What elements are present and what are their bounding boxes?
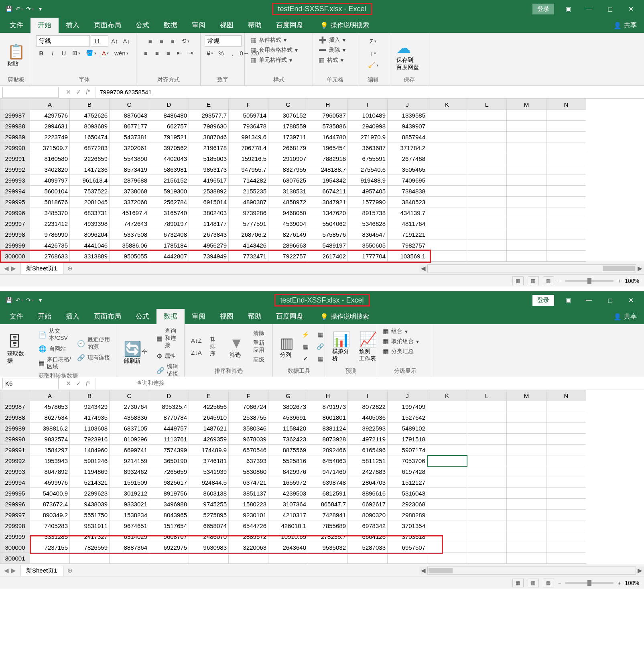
cell[interactable]: 7384838 bbox=[388, 186, 427, 197]
cell[interactable]: 890349.2 bbox=[30, 510, 70, 520]
name-box[interactable] bbox=[2, 87, 59, 98]
align-center-icon[interactable]: ≡ bbox=[152, 47, 163, 59]
cell[interactable]: 4939398 bbox=[70, 218, 110, 229]
cell[interactable]: 2923068 bbox=[388, 499, 427, 510]
col-header[interactable]: F bbox=[229, 99, 268, 110]
cell[interactable]: 1965454 bbox=[308, 142, 348, 153]
tab-layout[interactable]: 页面布局 bbox=[87, 17, 128, 33]
forecast-button[interactable]: 📈预测 工作表 bbox=[356, 329, 380, 364]
cell[interactable] bbox=[467, 434, 507, 445]
italic-button[interactable]: I bbox=[47, 47, 58, 59]
cell[interactable]: 4599976 bbox=[30, 477, 70, 488]
cell[interactable]: 3887046 bbox=[189, 132, 229, 142]
cell[interactable]: 4811764 bbox=[388, 218, 427, 229]
cell[interactable]: 1650474 bbox=[70, 132, 110, 142]
cell[interactable]: 8603138 bbox=[189, 488, 229, 499]
cell[interactable] bbox=[348, 553, 388, 564]
cell[interactable] bbox=[427, 520, 467, 531]
cell[interactable] bbox=[467, 218, 507, 229]
cell[interactable] bbox=[467, 186, 507, 197]
cell[interactable] bbox=[467, 423, 507, 434]
from-csv-button[interactable]: 📄从文本/CSV bbox=[37, 327, 73, 343]
cell[interactable]: 7922757 bbox=[268, 251, 308, 262]
cell[interactable]: 4752626 bbox=[70, 110, 110, 121]
cell[interactable]: 3550605 bbox=[348, 240, 388, 251]
cell[interactable]: 3076152 bbox=[268, 110, 308, 121]
cell[interactable]: 3746181 bbox=[189, 455, 229, 466]
cell[interactable] bbox=[467, 207, 507, 218]
cell[interactable]: 2617402 bbox=[308, 251, 348, 262]
cell[interactable] bbox=[467, 455, 507, 466]
cell[interactable] bbox=[546, 401, 586, 412]
cell[interactable]: 6307625 bbox=[268, 175, 308, 186]
cell[interactable]: 6732408 bbox=[149, 229, 189, 240]
cell[interactable]: 1148177 bbox=[189, 218, 229, 229]
cell[interactable]: 7362423 bbox=[268, 434, 308, 445]
undo-icon[interactable]: ↶ bbox=[15, 296, 23, 304]
cell[interactable] bbox=[507, 229, 546, 240]
cell[interactable]: 1339585 bbox=[388, 110, 427, 121]
cancel-formula-icon[interactable]: ✕ bbox=[66, 88, 71, 96]
sort-button[interactable]: ⇅排序 bbox=[207, 334, 224, 359]
recent-sources-button[interactable]: 🕘最近使用的源 bbox=[75, 335, 112, 351]
edit-links-button[interactable]: 🔗编辑链接 bbox=[155, 362, 180, 378]
indent-dec-icon[interactable]: ⇤ bbox=[175, 47, 185, 59]
cell[interactable]: 2538892 bbox=[189, 186, 229, 197]
minimize-icon[interactable]: — bbox=[582, 2, 596, 16]
cell[interactable] bbox=[507, 153, 546, 164]
cell[interactable] bbox=[507, 218, 546, 229]
cell[interactable]: 248188.7 bbox=[308, 164, 348, 175]
cell[interactable]: 2299623 bbox=[70, 488, 110, 499]
cell[interactable] bbox=[467, 197, 507, 207]
cell[interactable]: 3331285 bbox=[30, 531, 70, 542]
col-header[interactable]: A bbox=[30, 99, 70, 110]
cancel-formula-icon[interactable]: ✕ bbox=[66, 380, 71, 387]
cell[interactable]: 5316043 bbox=[388, 488, 427, 499]
cell[interactable]: 865847.7 bbox=[308, 499, 348, 510]
cell[interactable]: 1404960 bbox=[70, 445, 110, 455]
col-header[interactable]: I bbox=[348, 99, 388, 110]
cell[interactable] bbox=[546, 207, 586, 218]
font-size-dropdown[interactable]: 11 bbox=[91, 35, 108, 47]
sort-asc-icon[interactable]: A↓Z bbox=[189, 335, 204, 346]
cell[interactable]: 1527642 bbox=[388, 412, 427, 423]
cell[interactable]: 9214159 bbox=[110, 455, 149, 466]
cell[interactable] bbox=[507, 488, 546, 499]
cell[interactable]: 1538234 bbox=[110, 510, 149, 520]
page-layout-view-icon[interactable]: ▥ bbox=[528, 276, 539, 285]
qat-customize-icon[interactable]: ▾ bbox=[36, 5, 44, 13]
cell[interactable] bbox=[149, 553, 189, 564]
add-sheet-icon[interactable]: ⊕ bbox=[63, 265, 77, 272]
cell[interactable]: 4426735 bbox=[30, 240, 70, 251]
row-header[interactable]: 299997 bbox=[0, 218, 30, 229]
increase-font-icon[interactable]: A↑ bbox=[109, 35, 120, 47]
tab-data[interactable]: 数据 bbox=[156, 309, 185, 324]
name-box[interactable]: K6 bbox=[2, 378, 59, 389]
col-header[interactable]: K bbox=[427, 390, 467, 401]
phonetic-button[interactable]: wén bbox=[112, 47, 131, 59]
col-header[interactable]: C bbox=[110, 99, 149, 110]
cell[interactable] bbox=[507, 186, 546, 197]
cell[interactable]: 4225656 bbox=[189, 401, 229, 412]
cell[interactable]: 371509.7 bbox=[30, 142, 70, 153]
group-button[interactable]: ▦组合 ▾ bbox=[381, 327, 409, 336]
cell[interactable]: 8047892 bbox=[30, 466, 70, 477]
cell[interactable]: 5489102 bbox=[388, 423, 427, 434]
tab-review[interactable]: 审阅 bbox=[185, 17, 213, 33]
row-header[interactable]: 299995 bbox=[0, 488, 30, 499]
cell[interactable]: 1644780 bbox=[308, 132, 348, 142]
currency-icon[interactable]: ¥ bbox=[205, 47, 215, 59]
cell[interactable] bbox=[546, 229, 586, 240]
cell[interactable]: 9333021 bbox=[110, 499, 149, 510]
cell[interactable] bbox=[427, 164, 467, 175]
cell[interactable]: 3202061 bbox=[110, 142, 149, 153]
tell-me[interactable]: 💡操作说明搜索 bbox=[315, 309, 374, 324]
cell[interactable] bbox=[546, 218, 586, 229]
cell[interactable]: 3701354 bbox=[388, 520, 427, 531]
cell[interactable]: 7982757 bbox=[388, 240, 427, 251]
cell[interactable] bbox=[546, 186, 586, 197]
indent-inc-icon[interactable]: ⇥ bbox=[186, 47, 196, 59]
cell[interactable] bbox=[546, 434, 586, 445]
cell[interactable]: 8093689 bbox=[70, 121, 110, 132]
cell[interactable] bbox=[467, 132, 507, 142]
